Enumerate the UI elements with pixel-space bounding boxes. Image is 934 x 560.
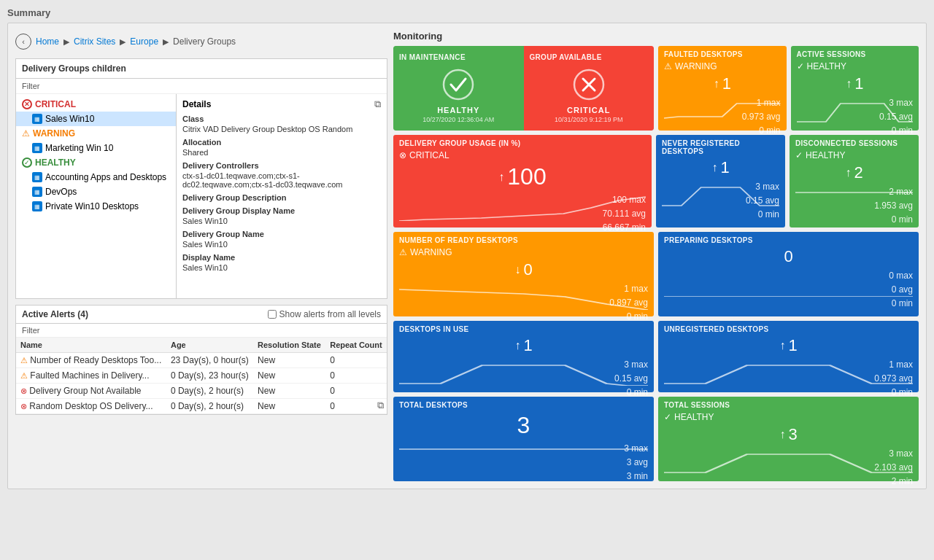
card-dg-usage: Delivery Group Usage (in %) ⊗ CRITICAL ↑… xyxy=(393,135,652,228)
display-name-value: Sales Win10 xyxy=(182,217,381,225)
active-status: ✓ HEALTHY xyxy=(797,61,914,71)
warning-icon: ⚠ xyxy=(20,371,28,380)
group-critical-label[interactable]: ✕ CRITICAL xyxy=(16,97,176,112)
group-available-status: CRITICAL xyxy=(567,106,610,114)
tree-item-devops[interactable]: ▦ DevOps xyxy=(16,184,176,199)
total-desktops-value: 3 xyxy=(399,412,648,439)
tree-item-label: Accounting Apps and Desktops xyxy=(45,172,166,182)
never-reg-chart: 3 max 0.15 avg 0 min xyxy=(662,180,779,210)
monitoring-panel: Monitoring In Maintenance HEALTHY 10/27/… xyxy=(393,31,919,481)
tree-item-label: Private Win10 Desktops xyxy=(45,201,139,211)
unregistered-title: Unregistered Desktops xyxy=(664,325,913,333)
dg-icon: ▦ xyxy=(32,201,42,211)
faulted-chart: 1 max 0.973 avg 0 min xyxy=(664,96,781,126)
card-ready-desktops: Number of Ready Desktops ⚠ WARNING ↓ 0 1… xyxy=(393,232,654,316)
alerts-header: Active Alerts (4) Show alerts from all l… xyxy=(16,306,387,324)
table-row[interactable]: ⊗ Random Desktop OS Delivery... 0 Day(s)… xyxy=(16,399,387,414)
group-healthy-label[interactable]: ✓ HEALTHY xyxy=(16,155,176,170)
disconnected-value: ↑ 2 xyxy=(795,163,913,182)
arrow-up-icon: ↑ xyxy=(846,77,852,90)
show-all-alerts[interactable]: Show alerts from all levels xyxy=(268,309,381,319)
details-copy-icon[interactable]: ⧉ xyxy=(374,98,381,110)
dg-usage-status: ⊗ CRITICAL xyxy=(399,150,646,160)
preparing-title: Preparing Desktops xyxy=(664,236,913,244)
dg-icon: ▦ xyxy=(32,172,42,182)
group-available-icon xyxy=(573,69,605,103)
card-unregistered-desktops: Unregistered Desktops ↑ 1 1 max 0.973 av… xyxy=(658,321,919,392)
group-critical: ✕ CRITICAL ▦ Sales Win10 xyxy=(16,97,176,126)
col-state: Resolution State xyxy=(253,338,325,353)
ready-desktops-title: Number of Ready Desktops xyxy=(399,236,648,244)
check-icon: ✓ xyxy=(664,412,671,422)
desktops-in-use-value: ↑ 1 xyxy=(399,336,648,355)
total-desktops-title: Total Desktops xyxy=(399,401,648,409)
breadcrumb-citrix-sites[interactable]: Citrix Sites xyxy=(74,36,115,47)
breadcrumb-europe[interactable]: Europe xyxy=(130,36,158,47)
display-name-label: Delivery Group Display Name xyxy=(182,206,381,215)
svg-point-0 xyxy=(444,70,473,99)
card-in-maintenance: In Maintenance HEALTHY 10/27/2020 12:36:… xyxy=(393,46,524,131)
ready-status: ⚠ WARNING xyxy=(399,247,648,257)
check-icon: ✓ xyxy=(797,61,804,71)
arrow-up-icon: ↑ xyxy=(779,428,785,441)
critical-label: CRITICAL xyxy=(35,99,76,109)
col-name: Name xyxy=(16,338,166,353)
warning-icon: ⚠ xyxy=(664,61,672,71)
arrow-down-icon: ↓ xyxy=(514,263,520,276)
col-age: Age xyxy=(166,338,253,353)
display-name2-label: Display Name xyxy=(182,253,381,262)
in-maintenance-title: In Maintenance xyxy=(399,53,518,61)
warning-label: WARNING xyxy=(33,128,75,139)
card-desktops-in-use: Desktops in Use ↑ 1 3 max 0.15 avg 0 min xyxy=(393,321,654,392)
preparing-value: 0 xyxy=(664,247,913,266)
arrow-up-icon: ↑ xyxy=(514,339,520,352)
card-active-sessions: Active Sessions ✓ HEALTHY ↑ 1 3 max 0.15… xyxy=(791,46,919,131)
card-total-desktops: Total Desktops 3 3 max 3 avg 3 min xyxy=(393,397,654,481)
delivery-groups-title: Delivery Groups children xyxy=(16,59,387,79)
warning-icon: ⚠ xyxy=(22,128,30,139)
table-row[interactable]: ⚠ Number of Ready Desktops Too... 23 Day… xyxy=(16,353,387,368)
show-all-checkbox[interactable] xyxy=(268,310,277,319)
tree-item-label: Sales Win10 xyxy=(45,114,94,124)
group-warning: ⚠ WARNING ▦ Marketing Win 10 xyxy=(16,126,176,155)
group-healthy: ✓ HEALTHY ▦ Accounting Apps and Desktops… xyxy=(16,155,176,214)
ready-chart: 1 max 0.897 avg 0 min xyxy=(399,282,648,312)
table-row[interactable]: ⊗ Delivery Group Not Available 0 Day(s),… xyxy=(16,384,387,399)
check-icon: ✓ xyxy=(795,150,803,160)
details-panel: Details ⧉ Class Citrix VAD Delivery Grou… xyxy=(177,94,387,298)
card-preparing-desktops: Preparing Desktops 0 0 max 0 avg 0 min xyxy=(658,232,919,316)
table-row[interactable]: ⚠ Faulted Machines in Delivery... 0 Day(… xyxy=(16,368,387,384)
never-reg-value: ↑ 1 xyxy=(662,158,779,177)
dg-icon: ▦ xyxy=(32,187,42,197)
alerts-title: Active Alerts (4) xyxy=(22,309,88,319)
desc-label: Delivery Group Description xyxy=(182,193,381,202)
disconnected-chart: 2 max 1.953 avg 0 min xyxy=(795,185,913,215)
dc-label: Delivery Controllers xyxy=(182,161,381,170)
critical-icon: ✕ xyxy=(22,99,32,109)
group-name-label: Delivery Group Name xyxy=(182,230,381,238)
allocation-label: Allocation xyxy=(182,138,381,147)
breadcrumb-home[interactable]: Home xyxy=(36,36,59,47)
arrow-up-icon: ↑ xyxy=(498,171,504,184)
tree-item-marketing[interactable]: ▦ Marketing Win 10 xyxy=(16,141,176,155)
arrow-up-icon: ↑ xyxy=(779,339,785,352)
faulted-desktops-title: Faulted Desktops xyxy=(664,50,781,58)
tree-item-sales-win10[interactable]: ▦ Sales Win10 xyxy=(16,112,176,126)
tree-item-private-win10[interactable]: ▦ Private Win10 Desktops xyxy=(16,199,176,214)
group-warning-label[interactable]: ⚠ WARNING xyxy=(16,126,176,141)
dc-value: ctx-s1-dc01.teqwave.com;ctx-s1-dc02.teqw… xyxy=(182,171,381,189)
col-count: Repeat Count xyxy=(325,338,387,353)
disconnected-title: Disconnected Sessions xyxy=(795,139,913,147)
warning-icon: ⚠ xyxy=(399,247,407,257)
tree-item-accounting[interactable]: ▦ Accounting Apps and Desktops xyxy=(16,170,176,184)
error-icon: ⊗ xyxy=(399,150,406,160)
back-button[interactable]: ‹ xyxy=(15,34,31,50)
group-name-value: Sales Win10 xyxy=(182,240,381,249)
delivery-groups-panel: Delivery Groups children Filter ✕ CRITIC… xyxy=(15,58,387,299)
page-title: Summary xyxy=(7,7,927,18)
unregistered-value: ↑ 1 xyxy=(664,336,913,355)
table-copy-icon[interactable]: ⧉ xyxy=(377,400,384,411)
ready-value: ↓ 0 xyxy=(399,260,648,279)
faulted-value: ↑ 1 xyxy=(664,74,781,93)
card-total-sessions: Total Sessions ✓ HEALTHY ↑ 3 3 max 2.103… xyxy=(658,397,919,481)
